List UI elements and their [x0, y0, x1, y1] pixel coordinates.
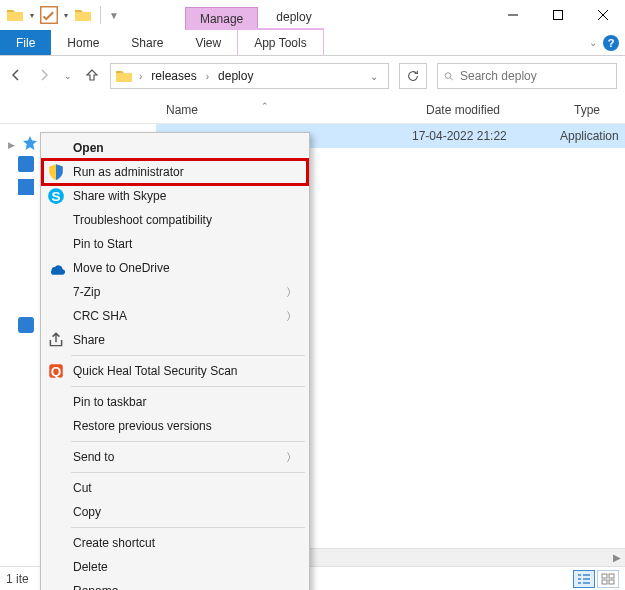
quickheal-icon: Q	[47, 362, 65, 380]
qat-dropdown-2[interactable]: ▾	[62, 11, 70, 20]
menu-delete[interactable]: Delete	[43, 555, 307, 579]
svg-rect-6	[609, 580, 614, 584]
view-large-icons-button[interactable]	[597, 570, 619, 588]
status-text: 1 ite	[6, 572, 29, 586]
skype-icon: S	[47, 187, 65, 205]
menu-separator	[71, 441, 305, 442]
menu-move-onedrive[interactable]: Move to OneDrive	[43, 256, 307, 280]
forward-button	[36, 67, 52, 86]
file-date-cell: 17-04-2022 21:22	[412, 129, 560, 143]
menu-crc-sha[interactable]: CRC SHA〉	[43, 304, 307, 328]
refresh-button[interactable]	[399, 63, 427, 89]
svg-text:S: S	[51, 189, 60, 204]
ribbon-collapse-icon[interactable]: ⌄	[589, 37, 597, 48]
column-date[interactable]: Date modified	[416, 103, 564, 117]
star-icon	[22, 135, 38, 154]
view-details-button[interactable]	[573, 570, 595, 588]
sidebar-obscured-items	[18, 156, 34, 379]
tab-view[interactable]: View	[179, 30, 237, 55]
qat-folder-icon[interactable]	[4, 4, 26, 26]
context-menu: Open Run as administrator S Share with S…	[40, 132, 310, 590]
qat-properties-icon[interactable]	[38, 4, 60, 26]
window-title: deploy	[258, 4, 329, 30]
tab-share[interactable]: Share	[115, 30, 179, 55]
menu-7zip[interactable]: 7-Zip〉	[43, 280, 307, 304]
menu-pin-taskbar[interactable]: Pin to taskbar	[43, 390, 307, 414]
menu-share[interactable]: Share	[43, 328, 307, 352]
menu-troubleshoot[interactable]: Troubleshoot compatibility	[43, 208, 307, 232]
qat-overflow[interactable]: ▼	[107, 10, 121, 21]
menu-separator	[71, 527, 305, 528]
share-icon	[47, 331, 65, 349]
menu-open[interactable]: Open	[43, 136, 307, 160]
scrollbar-arrow-right[interactable]: ▶	[609, 552, 625, 563]
chevron-right-icon: ▶	[8, 140, 18, 150]
svg-point-2	[445, 72, 451, 78]
sort-indicator-icon: ⌃	[261, 101, 269, 111]
tab-home[interactable]: Home	[51, 30, 115, 55]
menu-copy[interactable]: Copy	[43, 500, 307, 524]
back-button[interactable]	[8, 67, 24, 86]
maximize-button[interactable]	[535, 0, 580, 30]
crumb-releases[interactable]: releases	[148, 67, 199, 85]
column-type[interactable]: Type	[564, 103, 610, 117]
onedrive-icon	[47, 259, 65, 277]
svg-text:Q: Q	[51, 364, 62, 379]
column-name[interactable]: Name ⌃	[156, 103, 416, 117]
column-name-label: Name	[166, 103, 198, 117]
search-input[interactable]	[460, 69, 610, 83]
menu-pin-start[interactable]: Pin to Start	[43, 232, 307, 256]
menu-rename[interactable]: Rename	[43, 579, 307, 590]
help-button[interactable]: ?	[603, 35, 619, 51]
menu-cut[interactable]: Cut	[43, 476, 307, 500]
svg-rect-4	[609, 574, 614, 578]
recent-dropdown[interactable]: ⌄	[64, 71, 72, 81]
up-button[interactable]	[84, 67, 100, 86]
menu-create-shortcut[interactable]: Create shortcut	[43, 531, 307, 555]
submenu-arrow-icon: 〉	[286, 285, 297, 300]
search-icon	[444, 70, 454, 83]
menu-share-skype[interactable]: S Share with Skype	[43, 184, 307, 208]
address-bar[interactable]: › releases › deploy ⌄	[110, 63, 389, 89]
svg-rect-5	[602, 580, 607, 584]
menu-run-as-admin[interactable]: Run as administrator	[43, 160, 307, 184]
svg-rect-1	[553, 11, 562, 20]
crumb-deploy[interactable]: deploy	[215, 67, 256, 85]
qat-dropdown-1[interactable]: ▾	[28, 11, 36, 20]
minimize-button[interactable]	[490, 0, 535, 30]
shield-icon	[47, 163, 65, 181]
contextual-tab-manage[interactable]: Manage	[185, 7, 258, 30]
qat-newfolder-icon[interactable]	[72, 4, 94, 26]
address-dropdown[interactable]: ⌄	[364, 71, 384, 82]
submenu-arrow-icon: 〉	[286, 309, 297, 324]
search-box[interactable]	[437, 63, 617, 89]
crumb-root-arrow[interactable]: ›	[137, 71, 144, 82]
submenu-arrow-icon: 〉	[286, 450, 297, 465]
menu-restore-versions[interactable]: Restore previous versions	[43, 414, 307, 438]
menu-send-to[interactable]: Send to〉	[43, 445, 307, 469]
close-button[interactable]	[580, 0, 625, 30]
menu-separator	[71, 472, 305, 473]
svg-rect-3	[602, 574, 607, 578]
menu-separator	[71, 386, 305, 387]
tab-file[interactable]: File	[0, 30, 51, 55]
tab-app-tools[interactable]: App Tools	[237, 28, 323, 55]
menu-quickheal[interactable]: Q Quick Heal Total Security Scan	[43, 359, 307, 383]
crumb-arrow-1[interactable]: ›	[204, 71, 211, 82]
file-type-cell: Application	[560, 129, 619, 143]
menu-separator	[71, 355, 305, 356]
qat-separator	[100, 6, 101, 24]
